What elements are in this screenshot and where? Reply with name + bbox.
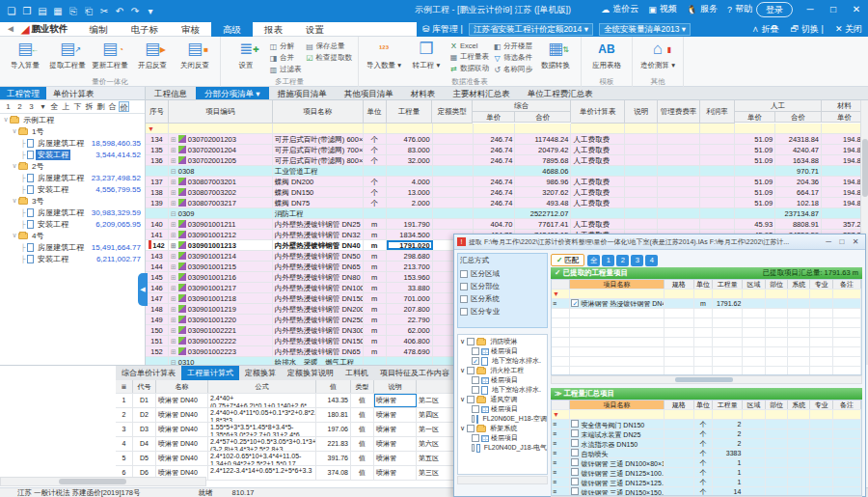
cell[interactable]: 139 <box>146 198 169 207</box>
column-header[interactable]: 项目名称 <box>570 280 664 289</box>
cell[interactable]: 蝶阀 DN75 <box>273 198 364 207</box>
cell[interactable]: 970.71 <box>775 166 822 176</box>
cell[interactable] <box>700 187 735 197</box>
cell[interactable] <box>766 468 788 477</box>
titlebar-link-视频[interactable]: ▣视频 <box>648 3 677 15</box>
cell[interactable]: 第四区 <box>417 408 455 422</box>
checkbox[interactable] <box>460 283 468 290</box>
cell[interactable] <box>146 166 169 176</box>
cell[interactable] <box>665 478 694 486</box>
cell[interactable]: 蝶阀 DN200 <box>273 177 364 186</box>
cell[interactable] <box>433 155 474 165</box>
cell[interactable]: 喷淋管 DN40 <box>156 452 208 465</box>
cell[interactable]: 144 <box>146 262 169 271</box>
cell[interactable]: 1 <box>713 478 743 486</box>
column-header[interactable]: 区域 <box>743 280 765 289</box>
cell[interactable] <box>788 449 810 457</box>
cell[interactable] <box>788 468 810 477</box>
cell[interactable]: ⊞030901001214 <box>169 251 273 261</box>
cell[interactable]: ⊞030901002222 <box>169 336 273 345</box>
tree-toolbar-button-▾[interactable]: ▾ <box>38 101 48 112</box>
level-button-全[interactable]: 全 <box>587 255 600 266</box>
cell[interactable]: ⊞030901001213 <box>169 240 273 250</box>
cell[interactable]: ≡ <box>552 478 570 486</box>
column-header[interactable]: 综合 <box>473 100 571 112</box>
cell[interactable]: D3 <box>133 423 156 436</box>
formula-row[interactable]: 1D1喷淋管 DN402.4*40+(0.75+7*4+6.2)*0.1+0.1… <box>116 394 455 408</box>
checkbox[interactable] <box>571 429 579 437</box>
cell[interactable] <box>810 487 832 496</box>
cell[interactable]: 喷淋管 DN40 <box>156 394 208 407</box>
cell[interactable]: 蝶阀 DN150 <box>273 187 364 197</box>
cell[interactable]: ⊞030901002223 <box>169 346 273 356</box>
cell[interactable] <box>658 208 700 218</box>
cell[interactable]: 人工费取费 <box>571 134 625 144</box>
checkbox[interactable] <box>571 439 579 447</box>
cell[interactable] <box>743 458 765 467</box>
cell[interactable] <box>743 299 765 308</box>
source-file[interactable]: 楼层项目 <box>458 433 547 443</box>
cell[interactable]: 145 <box>146 272 169 282</box>
cell[interactable]: 1 <box>116 394 133 407</box>
checkbox[interactable]: ✓ <box>472 357 479 365</box>
table-row[interactable]: 138⊞030807003202蝶阀 DN150个13.000246.74320… <box>146 187 868 198</box>
source-folder[interactable]: ∨通风空调 <box>458 395 547 404</box>
cell[interactable]: 2 <box>713 439 743 448</box>
cell[interactable]: 2 <box>713 420 743 428</box>
filter-cell[interactable] <box>743 410 765 419</box>
tree-expander[interactable]: ∨ <box>11 232 18 239</box>
ribbon-button-Excel[interactable]: XExcel <box>449 41 489 50</box>
column-header[interactable]: 名称 <box>156 380 208 393</box>
cell[interactable]: m <box>364 325 387 335</box>
ribbon-button-工程量表[interactable]: ▦工程量表 <box>449 52 489 62</box>
column-header[interactable]: 合价 <box>515 112 571 123</box>
cell[interactable] <box>766 429 788 438</box>
checkbox[interactable] <box>472 376 479 384</box>
cell[interactable]: ⊞030901002221 <box>169 325 273 335</box>
cell[interactable] <box>743 487 765 496</box>
filter-cell[interactable]: ▼ <box>552 290 570 298</box>
cell[interactable]: 个 <box>364 198 387 207</box>
summary-option-区分系统[interactable]: 区分系统 <box>460 292 545 305</box>
cell[interactable] <box>387 166 433 176</box>
ribbon-button-更新工程量[interactable]: ▤◔更新工程量 <box>89 39 131 70</box>
tree-node[interactable]: ├安装工程6,211,002.77 <box>0 253 145 264</box>
cell[interactable] <box>571 166 625 176</box>
cell[interactable]: 221.83 <box>316 437 351 451</box>
cell[interactable]: 第五区 <box>417 452 455 465</box>
column-header[interactable]: 人工 <box>735 100 822 112</box>
expand-icon[interactable]: ⊞ <box>171 200 176 207</box>
cell[interactable] <box>658 155 700 165</box>
ribbon-button-保存总量[interactable]: ▤保存总量 <box>306 41 353 51</box>
cell[interactable] <box>833 468 861 477</box>
cell[interactable]: ⊞030807003202 <box>169 187 273 197</box>
main-tab-单位工程费汇总表[interactable]: 单位工程费汇总表 <box>519 87 602 99</box>
cell[interactable]: 32.000 <box>387 155 433 165</box>
filter-cell[interactable] <box>694 410 713 419</box>
cell[interactable]: D4 <box>133 437 156 451</box>
table-row[interactable]: 136⊞030702001205可开启式百叶(带滤网) 800×200个32.0… <box>146 155 868 166</box>
summary-option-区分区域[interactable]: 区分区域 <box>460 267 545 280</box>
cell[interactable]: 2.4*122-3.4*14+0.65*1.2+5*6+3.3 <box>208 466 316 480</box>
new-file-icon[interactable]: ❏ <box>4 6 19 17</box>
cell[interactable] <box>658 134 700 144</box>
cell[interactable]: 2.4*40+(0.75+7*4+6.2)*0.1+0.1*40+2.6*(0.… <box>208 394 316 407</box>
cell[interactable]: 喷淋管 <box>374 394 417 407</box>
column-header[interactable]: ≣ <box>116 380 133 393</box>
cell[interactable]: 83.000 <box>387 145 433 154</box>
library-manage-button[interactable]: ⛁ 库管理 | <box>422 23 463 36</box>
tree-node[interactable]: ├安装工程3,544,414.52 <box>0 149 145 160</box>
table-row[interactable]: ⊟ 0309消防工程2522712.07237134.87 <box>146 208 868 219</box>
cell[interactable]: 人工费取费 <box>571 198 625 207</box>
expand-icon[interactable]: ⊞ <box>171 232 176 238</box>
expand-icon[interactable]: ⊞ <box>171 327 176 334</box>
cell[interactable]: 3383 <box>713 449 743 457</box>
cell[interactable] <box>433 177 474 186</box>
cell[interactable] <box>743 478 765 486</box>
cell[interactable]: 141 <box>146 230 169 239</box>
cell[interactable]: 个 <box>364 177 387 186</box>
cell[interactable]: 个 <box>694 487 713 496</box>
column-header[interactable]: 项目编码 <box>169 100 273 124</box>
tree-expander[interactable]: ∨ <box>11 127 18 135</box>
cell[interactable] <box>735 166 775 176</box>
